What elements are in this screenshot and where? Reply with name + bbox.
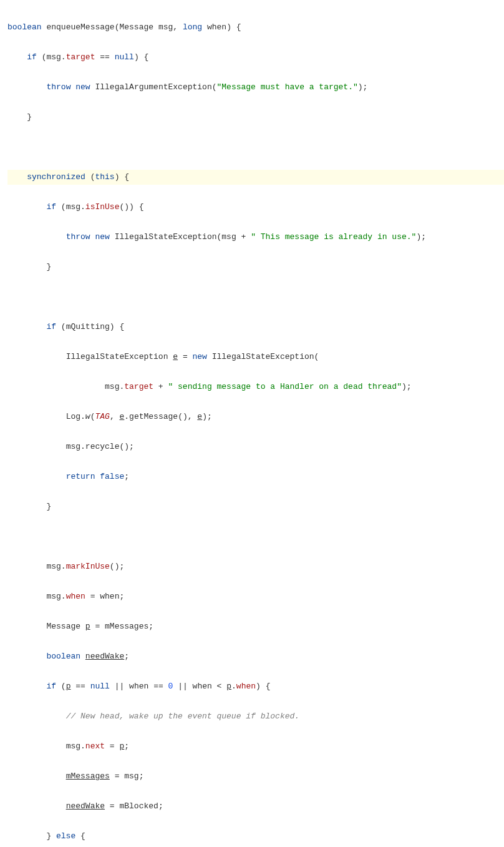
code-line: boolean enqueueMessage(Message msg, long…	[7, 20, 504, 35]
code-line: synchronized (this) {	[7, 170, 504, 185]
code-line: } else {	[7, 829, 504, 844]
code-line: msg.markInUse();	[7, 559, 504, 574]
code-line: }	[7, 110, 504, 125]
code-line	[7, 290, 504, 305]
code-line: msg.target + " sending message to a Hand…	[7, 379, 504, 394]
code-line	[7, 529, 504, 544]
code-line: IllegalStateException e = new IllegalSta…	[7, 350, 504, 365]
code-line: if (msg.isInUse()) {	[7, 200, 504, 215]
code-line: // New head, wake up the event queue if …	[7, 709, 504, 724]
code-line: if (msg.target == null) {	[7, 50, 504, 65]
code-line: if (p == null || when == 0 || when < p.w…	[7, 679, 504, 694]
code-line: msg.when = when;	[7, 589, 504, 604]
code-line: }	[7, 260, 504, 275]
code-line: mMessages = msg;	[7, 769, 504, 784]
code-line: if (mQuitting) {	[7, 320, 504, 335]
code-line: return false;	[7, 469, 504, 484]
code-block: boolean enqueueMessage(Message msg, long…	[0, 0, 504, 847]
code-line: Message p = mMessages;	[7, 619, 504, 634]
code-line: needWake = mBlocked;	[7, 799, 504, 814]
code-line: throw new IllegalArgumentException("Mess…	[7, 80, 504, 95]
code-line: }	[7, 499, 504, 514]
code-line: boolean needWake;	[7, 649, 504, 664]
code-line: Log.w(TAG, e.getMessage(), e);	[7, 409, 504, 424]
code-line: msg.next = p;	[7, 739, 504, 754]
code-line: throw new IllegalStateException(msg + " …	[7, 230, 504, 245]
code-line: msg.recycle();	[7, 439, 504, 454]
code-line	[7, 140, 504, 155]
